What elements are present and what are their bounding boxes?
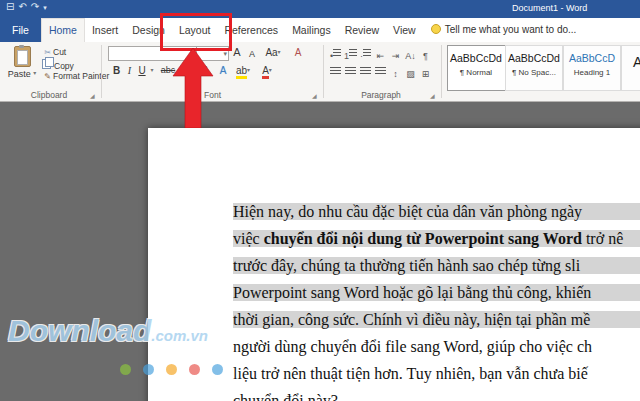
body-text: người dùng chuyển đổi file sang Word, gi… xyxy=(233,338,592,355)
tab-review[interactable]: Review xyxy=(338,18,386,42)
text-line[interactable]: liệu trở nên thuật tiện hơn. Tuy nhiên, … xyxy=(233,360,640,387)
save-icon[interactable]: ⊟ xyxy=(6,1,18,12)
line-spacing-icon[interactable]: ↕ xyxy=(388,67,403,82)
chevron-down-icon: ▾ xyxy=(247,67,250,73)
style-title[interactable]: AaBb xyxy=(621,45,640,91)
watermark-dot-blue xyxy=(143,364,154,375)
highlight-label: ab xyxy=(236,65,247,79)
ribbon-home: Paste ▾ ✂Cut Copy ✎Format Painter Clipbo… xyxy=(0,42,640,102)
change-case-label: Aa xyxy=(265,47,277,58)
borders-icon[interactable]: ⊞ xyxy=(418,67,433,82)
bold-button[interactable]: B xyxy=(110,63,123,78)
text-line[interactable]: Powerpoint sang Word hoặc gõ lại bằng th… xyxy=(233,279,640,306)
text-line[interactable]: việc chuyển đổi nội dung từ Powerpoint s… xyxy=(233,225,640,252)
style-no-spacing[interactable]: AaBbCcDd ¶ No Spac... xyxy=(505,45,563,91)
text-line[interactable]: Hiện nay, do nhu cầu đặc biệt của dân vă… xyxy=(233,198,640,225)
style-name: ¶ No Spac... xyxy=(506,68,562,77)
tab-view[interactable]: View xyxy=(386,18,423,42)
style-preview: AaBbCcD xyxy=(564,52,620,64)
increase-indent-icon[interactable]: ⇥ xyxy=(388,49,403,64)
watermark-dot-red xyxy=(189,364,200,375)
document-page[interactable]: Hiện nay, do nhu cầu đặc biệt của dân vă… xyxy=(148,128,640,401)
quick-access-toolbar: ⊟↶↷▾ xyxy=(6,1,51,12)
copy-label: Copy xyxy=(54,61,74,71)
font-color-label: A xyxy=(262,65,269,79)
paragraph-row-1: •1·⇤⇥A↓¶ xyxy=(328,45,433,64)
group-divider xyxy=(101,45,102,98)
style-name: ¶ Normal xyxy=(448,68,504,77)
style-preview: AaBbCcDd xyxy=(506,52,562,64)
copy-icon xyxy=(42,59,51,69)
paragraph-dialog-launcher-icon[interactable]: ◢ xyxy=(430,92,435,99)
align-right-icon[interactable] xyxy=(358,67,373,82)
qat-dropdown-icon[interactable]: ▾ xyxy=(43,4,51,11)
chevron-down-icon: ▾ xyxy=(269,67,272,73)
format-painter-button[interactable]: ✎Format Painter xyxy=(42,71,109,82)
document-text[interactable]: Hiện nay, do nhu cầu đặc biệt của dân vă… xyxy=(233,198,640,401)
annotation-arrow-up xyxy=(171,48,215,128)
tab-insert[interactable]: Insert xyxy=(85,18,125,42)
text-line[interactable]: trước đây, chúng ta thường tiến hành sao… xyxy=(233,252,640,279)
selected-text: Hiện nay, do nhu cầu đặc biệt của dân vă… xyxy=(233,203,640,220)
tab-file[interactable]: File xyxy=(0,18,41,42)
clear-formatting-button[interactable]: A xyxy=(290,45,306,60)
format-painter-icon: ✎ xyxy=(42,71,53,82)
undo-icon[interactable]: ↶ xyxy=(18,1,30,12)
group-divider xyxy=(323,45,324,98)
decrease-indent-icon[interactable]: ⇤ xyxy=(373,49,388,64)
style-preview: AaBbCcDd xyxy=(448,52,504,64)
text-line[interactable]: thời gian, công sức. Chính vì điều này, … xyxy=(233,306,640,333)
tell-me-label: Tell me what you want to do... xyxy=(445,24,577,35)
chevron-down-icon: ▾ xyxy=(278,49,281,55)
watermark-suffix: .com.vn xyxy=(151,327,208,344)
tab-mailings[interactable]: Mailings xyxy=(285,18,338,42)
justify-icon[interactable] xyxy=(373,67,388,82)
selected-text: trước đây, chúng ta thường tiến hành sao… xyxy=(233,257,640,274)
italic-button[interactable]: I xyxy=(124,63,135,78)
change-case-button[interactable]: Aa▾ xyxy=(262,45,284,60)
multilevel-list-icon[interactable]: · xyxy=(358,49,373,64)
watermark-dot-orange xyxy=(166,364,177,375)
font-color-button[interactable]: A▾ xyxy=(258,63,276,78)
watermark: Download.com.vn xyxy=(8,314,208,348)
document-workspace: Hiện nay, do nhu cầu đặc biệt của dân vă… xyxy=(0,102,640,401)
redo-icon[interactable]: ↷ xyxy=(31,1,43,12)
text-effects-button[interactable]: A xyxy=(216,63,230,78)
style-preview: AaBb xyxy=(622,54,640,70)
watermark-dot-blue2 xyxy=(212,364,223,375)
text-line[interactable]: chuyển đổi này? xyxy=(233,387,640,401)
clipboard-group-label: Clipboard xyxy=(0,90,98,100)
tell-me-box[interactable]: Tell me what you want to do... xyxy=(431,18,577,42)
sort-icon[interactable]: A↓ xyxy=(403,49,418,64)
align-center-icon[interactable] xyxy=(343,67,358,82)
paste-dropdown-icon[interactable]: ▾ xyxy=(33,70,36,76)
body-text: chuyển đổi này? xyxy=(233,392,338,401)
highlight-color-button[interactable]: ab▾ xyxy=(234,63,252,78)
font-dialog-launcher-icon[interactable]: ◢ xyxy=(312,92,317,99)
selected-text: Powerpoint sang Word hoặc gõ lại bằng th… xyxy=(233,284,640,301)
show-paragraph-marks-icon[interactable]: ¶ xyxy=(418,49,433,64)
text-line[interactable]: người dùng chuyển đổi file sang Word, gi… xyxy=(233,333,640,360)
watermark-dot-green xyxy=(120,364,131,375)
shrink-font-button[interactable]: A xyxy=(246,47,258,62)
shading-icon[interactable]: ▨ xyxy=(403,67,418,82)
underline-button[interactable]: U xyxy=(136,63,148,78)
selected-text: thời gian, công sức. Chính vì điều này, … xyxy=(233,311,640,328)
tab-home[interactable]: Home xyxy=(41,18,85,43)
style-heading-1[interactable]: AaBbCcD Heading 1 xyxy=(563,45,621,91)
paste-label: Paste xyxy=(8,69,31,79)
align-left-icon[interactable] xyxy=(328,67,343,82)
copy-button[interactable]: Copy xyxy=(42,59,74,70)
paste-button[interactable]: Paste ▾ xyxy=(5,45,39,91)
style-name: Heading 1 xyxy=(564,68,620,77)
lightbulb-icon xyxy=(431,24,441,34)
clipboard-dialog-launcher-icon[interactable]: ◢ xyxy=(90,92,95,99)
group-divider xyxy=(441,45,442,98)
title-bar: ⊟↶↷▾ Document1 - Word xyxy=(0,0,640,18)
window-title: Document1 - Word xyxy=(512,3,587,13)
paragraph-group-label: Paragraph xyxy=(325,90,437,100)
underline-dropdown-icon[interactable]: ▾ xyxy=(148,63,156,78)
grow-font-button[interactable]: A xyxy=(230,45,244,60)
bullets-icon[interactable]: • xyxy=(328,49,343,64)
numbering-icon[interactable]: 1 xyxy=(343,49,358,64)
